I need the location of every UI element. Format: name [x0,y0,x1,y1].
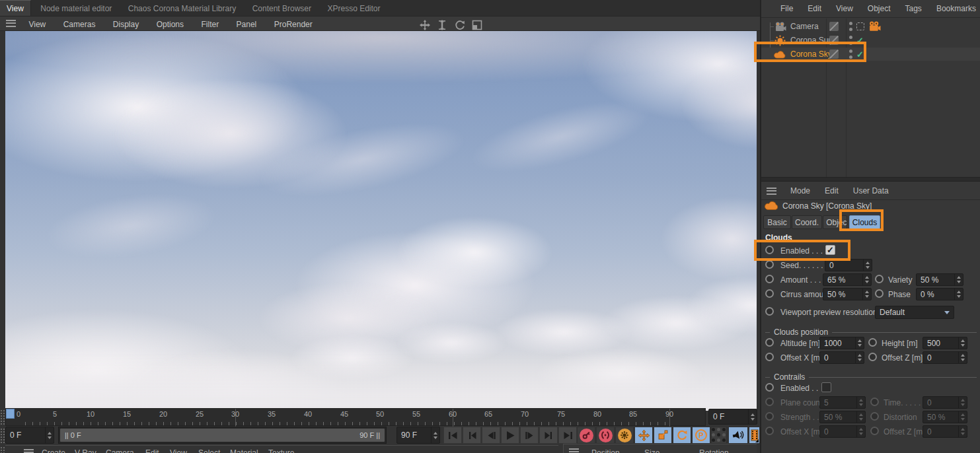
material-menu-icon[interactable] [24,449,34,453]
goto-end-button[interactable] [558,427,577,444]
viewport-menu-icon[interactable] [6,20,16,27]
coordinate-menu-icon[interactable] [569,448,579,453]
menu-edit[interactable]: Edit [817,186,846,195]
height-field[interactable] [923,337,967,349]
clouds-position-header[interactable]: Clouds position [765,328,977,337]
record-active-objects-button[interactable] [577,427,595,444]
tab-node-material-editor[interactable]: Node material editor [34,1,118,16]
altitude-field[interactable] [819,337,864,349]
offset-z-field[interactable] [923,351,967,364]
camera-tag-icon[interactable] [868,21,881,32]
menu-filter[interactable]: Filter [194,17,226,31]
range-handle-left[interactable]: || [65,431,69,439]
drag-grip[interactable] [0,409,5,425]
anim-dot-contrails-enabled[interactable] [765,383,774,392]
menu-select[interactable]: Select [198,448,220,453]
menu-camera[interactable]: Camera [106,448,134,453]
menu-view[interactable]: View [829,4,860,13]
rotate-icon[interactable] [455,20,465,30]
panel-splitter[interactable] [761,177,980,182]
anim-dot-offset-x[interactable] [765,353,774,361]
anim-dot-seed[interactable] [765,260,774,269]
menu-edit[interactable]: Edit [800,4,829,13]
anim-dot-phase[interactable] [875,289,884,298]
contrails-header[interactable]: Contrails [765,372,977,382]
goto-start-button[interactable] [443,427,462,444]
anim-dot-cirrus[interactable] [765,289,774,298]
contrails-enabled-checkbox[interactable] [821,382,831,392]
timeline-ruler[interactable]: 0 5 10 15 20 25 30 35 40 45 50 55 60 65 … [5,408,706,426]
offset-x-field[interactable] [819,351,864,364]
keying-options-button[interactable] [615,427,634,444]
object-row-camera[interactable]: Camera [761,20,980,33]
timeline-scrubber[interactable] [6,409,15,419]
cirrus-amount-field[interactable] [823,288,872,300]
variety-field[interactable] [916,273,963,286]
drag-grip[interactable] [0,446,5,453]
tab-chaos-corona-material-library[interactable]: Chaos Corona Material Library [122,1,243,16]
attribute-menu-icon[interactable] [767,188,776,195]
point-level-animation-toggle[interactable] [711,427,727,444]
menu-create[interactable]: Create [42,448,65,453]
tab-coord[interactable]: Coord. [792,215,822,229]
range-handle-right[interactable]: || [376,431,380,439]
menu-view[interactable]: View [21,17,53,31]
menu-user-data[interactable]: User Data [846,186,896,195]
anim-dot-offset-z[interactable] [868,353,877,361]
record-parameter-toggle[interactable]: P [692,427,710,444]
prev-key-button[interactable] [463,427,481,444]
visibility-dots[interactable] [849,22,852,31]
anim-dot-height[interactable] [868,338,877,347]
menu-file[interactable]: File [773,4,800,13]
menu-object[interactable]: Object [860,4,898,13]
timeline-range-bar[interactable]: || 0 F 90 F || [60,429,385,442]
layer-toggle[interactable] [829,22,839,31]
menu-panel[interactable]: Panel [229,17,264,31]
menu-texture[interactable]: Texture [268,448,294,453]
phase-field[interactable] [916,288,963,300]
record-scale-toggle[interactable] [654,427,672,444]
drag-grip[interactable] [0,428,5,443]
anim-dot-amount[interactable] [765,275,774,283]
menu-material[interactable]: Material [230,448,258,453]
next-frame-button[interactable] [520,427,539,444]
menu-display[interactable]: Display [106,17,146,31]
tab-xpresso-editor[interactable]: XPresso Editor [320,1,387,16]
menu-mode[interactable]: Mode [783,186,817,195]
menu-tags[interactable]: Tags [898,4,929,13]
play-sound-toggle[interactable] [728,427,748,444]
frame-spinner[interactable] [431,427,439,443]
timeline-range-track[interactable]: || 0 F 90 F || [58,427,387,444]
menu-prorender[interactable]: ProRender [267,17,320,31]
record-position-toggle[interactable] [634,427,653,444]
current-frame-field[interactable] [5,427,54,444]
menu-cameras[interactable]: Cameras [56,17,103,31]
menu-vray[interactable]: V-Ray [75,448,96,453]
record-rotation-toggle[interactable] [673,427,691,444]
menu-bookmarks[interactable]: Bookmarks [929,4,980,13]
ruler-frame-field[interactable] [708,409,757,425]
anim-dot-variety[interactable] [875,275,884,283]
anim-dot-preview[interactable] [765,307,774,316]
tab-basic[interactable]: Basic [763,215,791,229]
next-key-button[interactable] [539,427,558,444]
prev-frame-button[interactable] [482,427,500,444]
preview-resolution-dropdown[interactable]: Default [875,306,954,319]
menu-options[interactable]: Options [149,17,191,31]
render-dashed-icon[interactable] [856,22,864,30]
frame-spinner[interactable] [45,427,54,443]
dolly-icon[interactable] [437,20,447,30]
end-frame-field[interactable] [396,427,440,444]
autokeying-button[interactable] [596,427,615,444]
viewport-render[interactable] [5,31,757,411]
play-button[interactable] [501,427,519,444]
menu-edit[interactable]: Edit [145,448,159,453]
maximize-icon[interactable] [472,20,482,30]
move-icon[interactable] [420,20,430,30]
anim-dot-altitude[interactable] [765,338,774,347]
menu-view[interactable]: View [170,448,187,453]
amount-field[interactable] [823,273,872,286]
keyframe-settings-button[interactable] [749,427,760,444]
tab-view[interactable]: View [0,0,31,16]
tab-content-browser[interactable]: Content Browser [246,1,318,16]
